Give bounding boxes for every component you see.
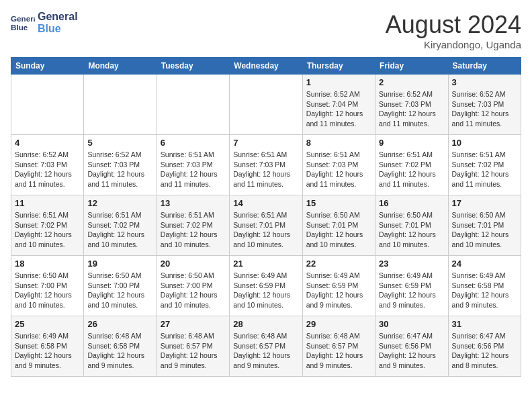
day-info: Sunrise: 6:51 AM Sunset: 7:03 PM Dayligh…	[233, 150, 298, 189]
day-info: Sunrise: 6:51 AM Sunset: 7:02 PM Dayligh…	[15, 210, 80, 250]
calendar-cell: 10Sunrise: 6:51 AM Sunset: 7:02 PM Dayli…	[448, 135, 521, 195]
day-info: Sunrise: 6:49 AM Sunset: 6:59 PM Dayligh…	[306, 271, 371, 310]
calendar-cell	[84, 75, 157, 135]
day-number: 5	[87, 138, 152, 148]
day-info: Sunrise: 6:48 AM Sunset: 6:57 PM Dayligh…	[161, 331, 226, 371]
calendar-cell: 16Sunrise: 6:50 AM Sunset: 7:01 PM Dayli…	[375, 195, 448, 256]
calendar-cell: 24Sunrise: 6:49 AM Sunset: 6:58 PM Dayli…	[448, 256, 521, 316]
day-number: 3	[452, 77, 517, 87]
calendar-cell: 23Sunrise: 6:49 AM Sunset: 6:59 PM Dayli…	[375, 256, 448, 316]
day-number: 18	[15, 259, 80, 269]
day-info: Sunrise: 6:48 AM Sunset: 6:57 PM Dayligh…	[233, 331, 298, 371]
day-number: 2	[379, 77, 444, 87]
calendar-week-row: 25Sunrise: 6:49 AM Sunset: 6:58 PM Dayli…	[11, 316, 521, 377]
calendar-cell: 3Sunrise: 6:52 AM Sunset: 7:03 PM Daylig…	[448, 75, 521, 135]
weekday-header-cell: Friday	[375, 58, 448, 75]
day-number: 29	[306, 319, 371, 329]
day-number: 27	[161, 319, 226, 329]
calendar-cell: 9Sunrise: 6:51 AM Sunset: 7:02 PM Daylig…	[375, 135, 448, 195]
calendar-cell: 26Sunrise: 6:48 AM Sunset: 6:58 PM Dayli…	[84, 316, 157, 377]
svg-text:Blue: Blue	[11, 23, 28, 32]
logo-icon: General Blue	[11, 11, 35, 35]
day-info: Sunrise: 6:51 AM Sunset: 7:02 PM Dayligh…	[379, 150, 444, 189]
calendar-cell: 1Sunrise: 6:52 AM Sunset: 7:04 PM Daylig…	[302, 75, 375, 135]
day-number: 20	[161, 259, 226, 269]
calendar-cell: 7Sunrise: 6:51 AM Sunset: 7:03 PM Daylig…	[230, 135, 302, 195]
day-number: 21	[233, 259, 298, 269]
day-info: Sunrise: 6:49 AM Sunset: 6:59 PM Dayligh…	[379, 271, 444, 310]
day-number: 23	[379, 259, 444, 269]
day-number: 14	[233, 198, 298, 208]
logo-line1: General	[38, 11, 78, 23]
day-number: 15	[306, 198, 371, 208]
weekday-header-cell: Thursday	[302, 58, 375, 75]
day-info: Sunrise: 6:50 AM Sunset: 7:01 PM Dayligh…	[306, 210, 371, 250]
calendar-cell: 13Sunrise: 6:51 AM Sunset: 7:02 PM Dayli…	[157, 195, 229, 256]
logo: General Blue General Blue	[11, 11, 78, 35]
day-number: 31	[452, 319, 517, 329]
day-info: Sunrise: 6:47 AM Sunset: 6:56 PM Dayligh…	[379, 331, 444, 371]
calendar-table: SundayMondayTuesdayWednesdayThursdayFrid…	[11, 57, 521, 377]
day-number: 17	[452, 198, 517, 208]
calendar-cell: 12Sunrise: 6:51 AM Sunset: 7:02 PM Dayli…	[84, 195, 157, 256]
calendar-cell: 17Sunrise: 6:50 AM Sunset: 7:01 PM Dayli…	[448, 195, 521, 256]
calendar-cell: 20Sunrise: 6:50 AM Sunset: 7:00 PM Dayli…	[157, 256, 229, 316]
calendar-cell: 29Sunrise: 6:48 AM Sunset: 6:57 PM Dayli…	[302, 316, 375, 377]
day-info: Sunrise: 6:50 AM Sunset: 7:00 PM Dayligh…	[87, 271, 152, 310]
day-info: Sunrise: 6:51 AM Sunset: 7:03 PM Dayligh…	[306, 150, 371, 189]
calendar-cell: 11Sunrise: 6:51 AM Sunset: 7:02 PM Dayli…	[11, 195, 84, 256]
calendar-cell: 25Sunrise: 6:49 AM Sunset: 6:58 PM Dayli…	[11, 316, 84, 377]
day-info: Sunrise: 6:47 AM Sunset: 6:56 PM Dayligh…	[452, 331, 517, 371]
day-info: Sunrise: 6:50 AM Sunset: 7:01 PM Dayligh…	[379, 210, 444, 250]
day-number: 26	[87, 319, 152, 329]
calendar-cell	[230, 75, 302, 135]
calendar-cell: 5Sunrise: 6:52 AM Sunset: 7:03 PM Daylig…	[84, 135, 157, 195]
day-number: 6	[161, 138, 226, 148]
day-info: Sunrise: 6:52 AM Sunset: 7:04 PM Dayligh…	[306, 89, 371, 129]
day-number: 4	[15, 138, 80, 148]
calendar-cell: 30Sunrise: 6:47 AM Sunset: 6:56 PM Dayli…	[375, 316, 448, 377]
day-number: 30	[379, 319, 444, 329]
calendar-cell	[157, 75, 229, 135]
calendar-cell: 22Sunrise: 6:49 AM Sunset: 6:59 PM Dayli…	[302, 256, 375, 316]
day-info: Sunrise: 6:50 AM Sunset: 7:00 PM Dayligh…	[161, 271, 226, 310]
day-number: 12	[87, 198, 152, 208]
svg-text:General: General	[11, 14, 35, 23]
logo-line2: Blue	[38, 23, 78, 35]
calendar-cell: 4Sunrise: 6:52 AM Sunset: 7:03 PM Daylig…	[11, 135, 84, 195]
day-info: Sunrise: 6:48 AM Sunset: 6:58 PM Dayligh…	[87, 331, 152, 371]
calendar-cell: 31Sunrise: 6:47 AM Sunset: 6:56 PM Dayli…	[448, 316, 521, 377]
day-number: 7	[233, 138, 298, 148]
day-number: 13	[161, 198, 226, 208]
calendar-cell: 21Sunrise: 6:49 AM Sunset: 6:59 PM Dayli…	[230, 256, 302, 316]
weekday-header-cell: Saturday	[448, 58, 521, 75]
calendar-week-row: 1Sunrise: 6:52 AM Sunset: 7:04 PM Daylig…	[11, 75, 521, 135]
page-header: General Blue General Blue August 2024 Ki…	[11, 11, 521, 50]
location: Kiryandongo, Uganda	[386, 39, 521, 50]
day-info: Sunrise: 6:51 AM Sunset: 7:02 PM Dayligh…	[87, 210, 152, 250]
day-info: Sunrise: 6:49 AM Sunset: 6:59 PM Dayligh…	[233, 271, 298, 310]
day-info: Sunrise: 6:50 AM Sunset: 7:00 PM Dayligh…	[15, 271, 80, 310]
calendar-cell: 19Sunrise: 6:50 AM Sunset: 7:00 PM Dayli…	[84, 256, 157, 316]
month-title: August 2024	[386, 11, 521, 39]
day-info: Sunrise: 6:52 AM Sunset: 7:03 PM Dayligh…	[379, 89, 444, 129]
day-number: 1	[306, 77, 371, 87]
weekday-header-cell: Tuesday	[157, 58, 229, 75]
day-number: 8	[306, 138, 371, 148]
weekday-header-cell: Sunday	[11, 58, 84, 75]
calendar-cell: 2Sunrise: 6:52 AM Sunset: 7:03 PM Daylig…	[375, 75, 448, 135]
calendar-body: 1Sunrise: 6:52 AM Sunset: 7:04 PM Daylig…	[11, 75, 521, 377]
day-info: Sunrise: 6:51 AM Sunset: 7:03 PM Dayligh…	[161, 150, 226, 189]
day-info: Sunrise: 6:51 AM Sunset: 7:02 PM Dayligh…	[452, 150, 517, 189]
day-info: Sunrise: 6:52 AM Sunset: 7:03 PM Dayligh…	[452, 89, 517, 129]
day-number: 10	[452, 138, 517, 148]
day-number: 24	[452, 259, 517, 269]
day-number: 28	[233, 319, 298, 329]
calendar-cell: 27Sunrise: 6:48 AM Sunset: 6:57 PM Dayli…	[157, 316, 229, 377]
calendar-cell: 18Sunrise: 6:50 AM Sunset: 7:00 PM Dayli…	[11, 256, 84, 316]
day-number: 22	[306, 259, 371, 269]
calendar-cell: 14Sunrise: 6:51 AM Sunset: 7:01 PM Dayli…	[230, 195, 302, 256]
title-area: August 2024 Kiryandongo, Uganda	[386, 11, 521, 50]
weekday-header-row: SundayMondayTuesdayWednesdayThursdayFrid…	[11, 58, 521, 75]
day-info: Sunrise: 6:52 AM Sunset: 7:03 PM Dayligh…	[87, 150, 152, 189]
